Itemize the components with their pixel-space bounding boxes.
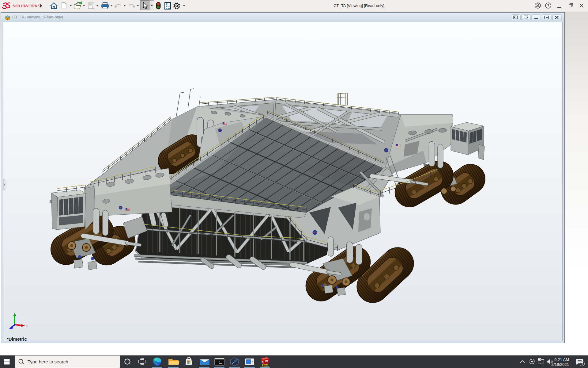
svg-text:9:21 AM: 9:21 AM <box>554 357 569 362</box>
svg-text:Type here to search: Type here to search <box>28 359 68 364</box>
svg-text:1: 1 <box>581 362 583 366</box>
svg-text:W: W <box>265 360 268 363</box>
svg-text:C:\: C:\ <box>216 360 220 363</box>
svg-text:2021: 2021 <box>262 364 269 367</box>
svg-text:S: S <box>262 360 264 363</box>
svg-text:2/19/2021: 2/19/2021 <box>551 362 569 367</box>
svg-text:WORKS: WORKS <box>24 4 40 8</box>
svg-text:?: ? <box>547 3 549 8</box>
svg-text:x: x <box>26 324 28 327</box>
svg-text:CT_TA [Viewing] [Read-only]: CT_TA [Viewing] [Read-only] <box>334 3 384 8</box>
svg-text:SOLID: SOLID <box>13 4 25 8</box>
